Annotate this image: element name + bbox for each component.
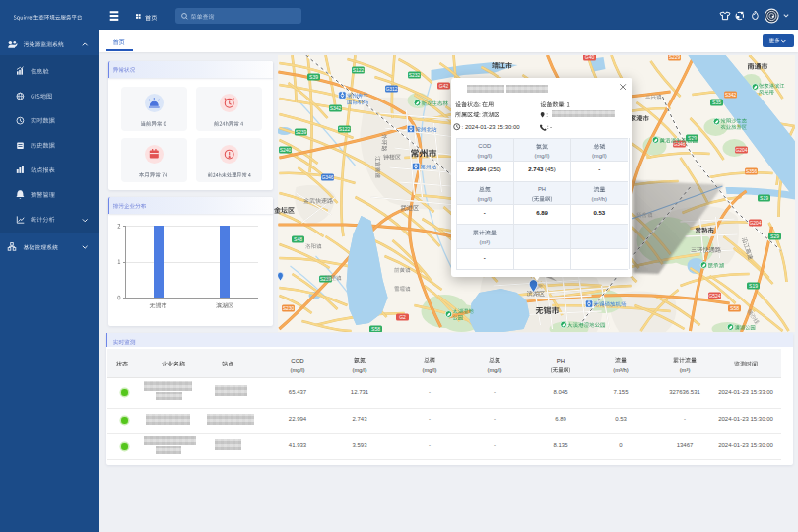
svg-text:G2: G2 xyxy=(399,314,406,320)
svg-text:S58: S58 xyxy=(730,305,739,311)
svg-text:S39: S39 xyxy=(309,74,318,80)
svg-text:G346: G346 xyxy=(321,174,333,180)
svg-text:G346: G346 xyxy=(673,141,685,147)
svg-text:S240: S240 xyxy=(279,147,291,153)
svg-text:S122: S122 xyxy=(352,67,364,73)
svg-text:S342: S342 xyxy=(724,92,736,98)
svg-text:G524: G524 xyxy=(708,293,720,299)
svg-text:G40: G40 xyxy=(584,55,594,60)
svg-text:S239: S239 xyxy=(319,276,331,282)
svg-text:S29: S29 xyxy=(688,135,697,141)
svg-text:S122: S122 xyxy=(338,126,350,132)
svg-text:S239: S239 xyxy=(295,129,306,135)
svg-text:S19: S19 xyxy=(749,283,758,289)
svg-text:G312: G312 xyxy=(385,86,397,92)
svg-text:S29: S29 xyxy=(770,233,779,239)
svg-text:S342: S342 xyxy=(329,105,341,111)
svg-text:S232: S232 xyxy=(408,72,420,78)
svg-text:S35: S35 xyxy=(712,100,721,105)
svg-text:G204: G204 xyxy=(735,147,747,153)
svg-text:G204: G204 xyxy=(749,220,761,226)
svg-text:S230: S230 xyxy=(282,305,294,311)
svg-text:S229: S229 xyxy=(668,55,680,60)
svg-text:S356: S356 xyxy=(745,168,757,174)
svg-text:S19: S19 xyxy=(760,195,768,201)
svg-text:S48: S48 xyxy=(294,236,302,242)
svg-text:G42: G42 xyxy=(438,83,448,89)
svg-text:S58: S58 xyxy=(371,326,380,332)
